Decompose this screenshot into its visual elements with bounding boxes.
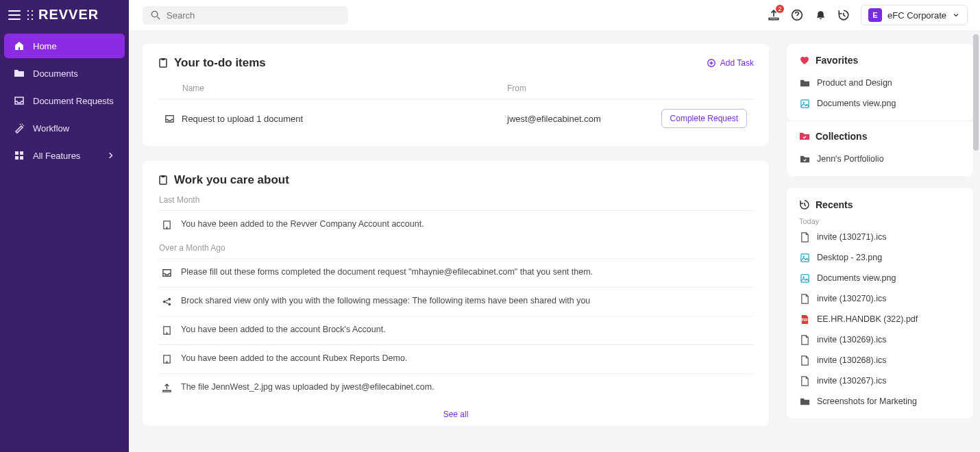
side-item[interactable]: invite (130271).ics [799, 227, 961, 247]
side-item[interactable]: invite (130269).ics [799, 329, 961, 350]
account-switcher[interactable]: E eFC Corporate [861, 5, 968, 25]
activity-text: You have been added to the account Brock… [181, 325, 386, 334]
side-item[interactable]: Desktop - 23.png [799, 247, 961, 268]
side-item[interactable]: Product and Design [799, 73, 961, 93]
activity-row[interactable]: Brock shared view only with you with the… [158, 287, 754, 316]
side-item-label: invite (130270).ics [817, 294, 886, 303]
group-label: Last Month [159, 195, 754, 205]
file-icon [799, 293, 810, 304]
side-item[interactable]: invite (130267).ics [799, 371, 961, 391]
scrollbar-thumb[interactable] [973, 34, 979, 151]
collection-folder-icon [799, 131, 810, 142]
file-icon [799, 375, 810, 386]
side-item-label: Product and Design [817, 78, 892, 88]
history-icon [799, 199, 810, 210]
activity-text: The file JennWest_2.jpg was uploaded by … [181, 382, 434, 392]
plus-circle-icon [707, 58, 716, 68]
account-avatar: E [868, 8, 882, 22]
collections-title: Collections [816, 131, 867, 142]
todo-name: Request to upload 1 document [182, 114, 303, 124]
collections-card: Collections Jenn's Portfoliolio [787, 121, 973, 176]
scrollbar-track[interactable] [973, 34, 979, 448]
todo-from: jwest@efilecabinet.com [507, 114, 651, 124]
file-icon [799, 334, 810, 345]
nav-label: Documents [33, 68, 78, 79]
notifications-button[interactable] [814, 9, 826, 21]
side-item-label: Jenn's Portfoliolio [817, 154, 884, 164]
side-item[interactable]: Screenshots for Marketing [799, 391, 961, 412]
brand-logo: REVVER [26, 7, 99, 23]
nav-label: Workflow [33, 123, 69, 134]
group-label: Over a Month Ago [159, 243, 754, 253]
col-from-header: From [507, 84, 651, 93]
side-item[interactable]: Jenn's Portfoliolio [799, 149, 961, 169]
activity-row[interactable]: You have been added to the Revver Compan… [158, 210, 754, 239]
side-item[interactable]: invite (130270).ics [799, 288, 961, 309]
logo-mark [26, 9, 37, 21]
menu-toggle[interactable] [8, 10, 21, 20]
activity-text: Please fill out these forms completed th… [181, 267, 593, 277]
activity-row[interactable]: You have been added to the account Rubex… [158, 344, 754, 373]
home-icon [14, 40, 25, 51]
file-icon [799, 355, 810, 366]
nav-document-requests[interactable]: Document Requests [4, 88, 125, 113]
recents-title: Recents [816, 199, 853, 210]
activity-row[interactable]: The file JennWest_2.jpg was uploaded by … [158, 373, 754, 402]
add-task-button[interactable]: Add Task [707, 58, 754, 68]
activity-row[interactable]: Please fill out these forms completed th… [158, 258, 754, 287]
search-icon [151, 10, 161, 21]
side-item-label: invite (130268).ics [817, 355, 886, 365]
history-button[interactable] [837, 9, 850, 21]
nav-workflow[interactable]: Workflow [4, 116, 125, 140]
side-item[interactable]: Documents view.png [799, 268, 961, 288]
side-item-label: invite (130267).ics [817, 376, 886, 386]
side-item-label: invite (130271).ics [817, 232, 886, 242]
todo-title: Your to-do items [174, 56, 266, 70]
side-item-label: EE.HR.HANDBK (322).pdf [817, 314, 918, 324]
collection-folder-icon [799, 153, 810, 164]
favorites-title: Favorites [816, 55, 858, 66]
help-button[interactable] [791, 9, 803, 21]
nav-home[interactable]: Home [4, 34, 125, 58]
building-icon [162, 354, 173, 365]
nav-all-features[interactable]: All Features [4, 143, 125, 168]
image-icon [799, 252, 810, 263]
topbar: 2 E eFC Corporate [129, 0, 980, 30]
recents-sub: Today [799, 217, 961, 225]
side-item-label: invite (130269).ics [817, 335, 886, 344]
side-item-label: Desktop - 23.png [817, 253, 882, 262]
todo-row[interactable]: Request to upload 1 document jwest@efile… [158, 99, 754, 138]
recents-card: Recents Today invite (130271).icsDesktop… [787, 188, 973, 418]
building-icon [162, 220, 173, 231]
side-item[interactable]: Documents view.png [799, 93, 961, 114]
side-item[interactable]: invite (130268).ics [799, 350, 961, 371]
heart-icon [799, 55, 810, 66]
inbox-icon [14, 95, 25, 106]
folder-icon [799, 396, 810, 407]
building-icon [162, 325, 173, 336]
main: 2 E eFC Corporate Your to-do items [129, 0, 980, 452]
work-card: Work you care about Last MonthYou have b… [143, 161, 769, 426]
upload-button[interactable]: 2 [768, 9, 780, 21]
folder-icon [799, 77, 810, 88]
activity-text: You have been added to the account Rubex… [181, 353, 407, 363]
col-name-header: Name [164, 84, 507, 93]
nav-label: Document Requests [33, 96, 114, 106]
nav-label: Home [33, 41, 57, 51]
folder-icon [14, 68, 25, 79]
clipboard-icon [158, 175, 169, 186]
complete-request-button[interactable]: Complete Request [661, 109, 747, 128]
wand-icon [14, 123, 25, 134]
side-item-label: Documents view.png [817, 99, 896, 108]
see-all-link[interactable]: See all [443, 410, 469, 419]
activity-text: You have been added to the Revver Compan… [181, 219, 424, 229]
pdf-icon [799, 314, 810, 325]
caret-down-icon [952, 11, 960, 19]
nav-documents[interactable]: Documents [4, 61, 125, 86]
side-item[interactable]: EE.HR.HANDBK (322).pdf [799, 309, 961, 329]
search-box[interactable] [143, 6, 348, 25]
search-input[interactable] [167, 10, 340, 21]
activity-row[interactable]: You have been added to the account Brock… [158, 316, 754, 344]
inbox-icon [164, 114, 175, 124]
image-icon [799, 98, 810, 109]
